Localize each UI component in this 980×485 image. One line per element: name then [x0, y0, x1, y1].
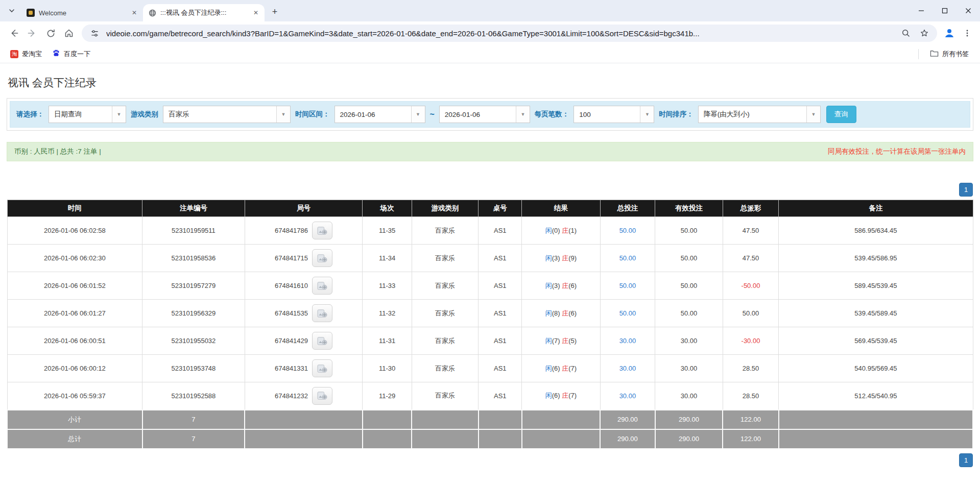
total-bet-link[interactable]: 50.00 [619, 227, 636, 234]
forward-icon [27, 28, 37, 38]
total-row: 总计7290.00290.00122.00 [7, 429, 973, 449]
reload-button[interactable] [42, 25, 59, 42]
page-1-button[interactable]: 1 [959, 453, 973, 467]
globe-favicon-icon [148, 9, 156, 17]
video-replay-button[interactable] [312, 222, 332, 239]
table-row: 2026-01-06 06:00:12523101953748674841331… [7, 355, 973, 382]
round-id: 674841786 [275, 227, 308, 234]
cell-note: 539.45/586.95 [779, 245, 973, 272]
browser-toolbar: videoie.com/game/betrecord_search/kind3?… [0, 21, 980, 45]
all-bookmarks-button[interactable]: 所有书签 [926, 47, 973, 61]
tab-betrecord[interactable]: :::视讯 会员下注纪录::: ✕ [143, 4, 265, 21]
result-banker-value: (5) [568, 337, 577, 345]
game-kind-select[interactable]: 百家乐 ▼ [163, 106, 291, 123]
bookmark-baidu[interactable]: 百度一下 [48, 47, 94, 61]
total-bet-link[interactable]: 50.00 [619, 282, 636, 289]
column-header: 总投注 [600, 200, 655, 217]
minimize-icon [918, 8, 924, 14]
result-banker-value: (6) [568, 282, 577, 289]
search-button[interactable]: 查询 [826, 106, 856, 123]
table-row: 2026-01-06 06:02:58523101959511674841786… [7, 217, 973, 245]
total-bet-link[interactable]: 30.00 [619, 392, 636, 400]
url-bar[interactable]: videoie.com/game/betrecord_search/kind3?… [82, 25, 937, 42]
site-settings-icon[interactable] [88, 27, 101, 40]
cell-session: 11-29 [363, 382, 412, 410]
page-1-button[interactable]: 1 [959, 183, 973, 197]
video-replay-button[interactable] [312, 277, 332, 295]
tab-welcome[interactable]: Welcome ✕ [21, 4, 143, 21]
filter-type-select[interactable]: 日期查询 ▼ [49, 106, 126, 123]
column-header: 结果 [522, 200, 600, 217]
column-header: 桌号 [479, 200, 522, 217]
tab-close-icon[interactable]: ✕ [130, 8, 139, 17]
column-header: 时间 [7, 200, 142, 217]
tab-close-icon[interactable]: ✕ [251, 8, 260, 17]
per-page-select[interactable]: 100 ▼ [573, 106, 654, 123]
sort-select[interactable]: 降幂(由大到小) ▼ [698, 106, 821, 123]
round-id: 674841232 [275, 392, 308, 400]
cell-table-no: AS1 [479, 300, 522, 327]
date-end-select[interactable]: 2026-01-06 ▼ [439, 106, 530, 123]
total-bet-link[interactable]: 30.00 [619, 337, 636, 345]
status-bar: 币别 : 人民币 | 总共 :7 注单 | 同局有效投注，统一计算在该局第一张注… [7, 142, 973, 161]
game-kind-label: 游戏类别 [131, 110, 158, 119]
column-header: 游戏类别 [412, 200, 478, 217]
table-row: 2026-01-06 06:01:27523101956329674841535… [7, 300, 973, 327]
sum-empty [245, 410, 363, 429]
result-player-value: (6) [552, 392, 560, 399]
bookmark-star-icon[interactable] [918, 27, 931, 40]
new-tab-button[interactable]: + [268, 5, 282, 19]
sum-valid-bet: 290.00 [655, 429, 723, 449]
forward-button[interactable] [23, 25, 41, 42]
column-header: 总派彩 [723, 200, 779, 217]
total-bet-link[interactable]: 50.00 [619, 309, 636, 317]
cell-table-no: AS1 [479, 217, 522, 245]
video-replay-icon [317, 226, 327, 235]
page-content: 视讯 会员下注纪录 请选择： 日期查询 ▼ 游戏类别 百家乐 ▼ 时间区间： 2… [0, 76, 980, 467]
result-banker-value: (6) [568, 309, 577, 317]
cell-game-kind: 百家乐 [412, 327, 478, 355]
maximize-button[interactable] [933, 0, 957, 21]
browser-menu-button[interactable] [959, 25, 976, 42]
currency-summary-text: 币别 : 人民币 | 总共 :7 注单 | [14, 147, 101, 156]
chevron-down-icon [8, 7, 15, 14]
video-replay-button[interactable] [312, 332, 332, 350]
url-text[interactable]: videoie.com/game/betrecord_search/kind3?… [106, 29, 894, 38]
cell-bet-id: 523101959511 [142, 217, 245, 245]
date-start-select[interactable]: 2026-01-06 ▼ [334, 106, 425, 123]
pagination-bottom: 1 [7, 453, 973, 467]
bookmark-aitaobao[interactable]: 淘 爱淘宝 [6, 47, 46, 61]
sum-empty [363, 429, 412, 449]
total-bet-link[interactable]: 30.00 [619, 365, 636, 372]
round-id: 674841535 [275, 309, 308, 317]
column-header: 场次 [363, 200, 412, 217]
result-banker-label: 庄 [562, 337, 568, 345]
total-bet-link[interactable]: 50.00 [619, 254, 636, 262]
back-button[interactable] [5, 25, 22, 42]
minimize-button[interactable] [910, 0, 933, 21]
result-player-value: (3) [552, 254, 560, 262]
zoom-icon[interactable] [899, 27, 913, 40]
cell-result: 闲(8) 庄(6) [522, 300, 600, 327]
cell-time: 2026-01-06 06:00:12 [7, 355, 142, 382]
close-window-button[interactable] [957, 0, 980, 21]
tab-search-button[interactable] [4, 3, 19, 18]
filter-panel: 请选择： 日期查询 ▼ 游戏类别 百家乐 ▼ 时间区间： 2026-01-06 … [7, 98, 973, 131]
video-replay-button[interactable] [312, 249, 332, 267]
cell-payout: -30.00 [723, 327, 779, 355]
video-replay-icon [317, 254, 327, 263]
cell-round: 674841331 [245, 355, 363, 382]
video-replay-button[interactable] [312, 359, 332, 377]
cell-payout: -50.00 [723, 272, 779, 300]
home-button[interactable] [60, 25, 78, 42]
result-banker-value: (7) [568, 392, 577, 399]
video-replay-button[interactable] [312, 304, 332, 322]
video-replay-button[interactable] [312, 387, 332, 405]
table-row: 2026-01-06 06:00:51523101955032674841429… [7, 327, 973, 355]
cell-bet-id: 523101957279 [142, 272, 245, 300]
profile-avatar[interactable] [941, 25, 958, 41]
date-start-value: 2026-01-06 [335, 106, 411, 123]
baidu-paw-icon [52, 49, 60, 59]
cell-session: 11-35 [363, 217, 412, 245]
cell-result: 闲(3) 庄(9) [522, 245, 600, 272]
